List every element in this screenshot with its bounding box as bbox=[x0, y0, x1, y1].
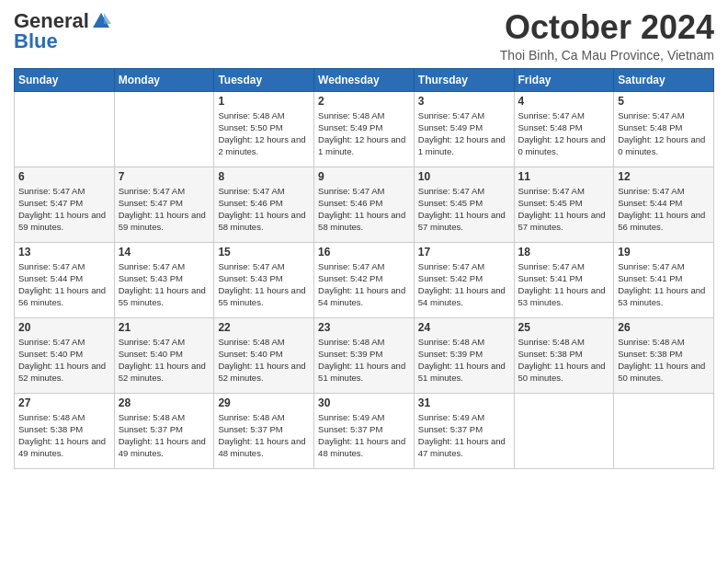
day-info: Sunrise: 5:47 AM Sunset: 5:46 PM Dayligh… bbox=[218, 185, 310, 234]
day-number: 4 bbox=[518, 95, 610, 108]
daylight-text: Daylight: 11 hours and 59 minutes. bbox=[18, 210, 106, 232]
daylight-text: Daylight: 11 hours and 53 minutes. bbox=[518, 285, 606, 307]
sunrise-text: Sunrise: 5:47 AM bbox=[119, 186, 185, 196]
day-info: Sunrise: 5:47 AM Sunset: 5:48 PM Dayligh… bbox=[518, 109, 610, 158]
day-of-week-header: Wednesday bbox=[314, 68, 415, 91]
sunset-text: Sunset: 5:45 PM bbox=[518, 198, 583, 208]
day-number: 22 bbox=[218, 321, 310, 334]
calendar-cell: 3 Sunrise: 5:47 AM Sunset: 5:49 PM Dayli… bbox=[414, 91, 514, 167]
sunset-text: Sunset: 5:49 PM bbox=[318, 122, 382, 132]
calendar-cell: 25 Sunrise: 5:48 AM Sunset: 5:38 PM Dayl… bbox=[514, 317, 614, 393]
calendar-cell: 7 Sunrise: 5:47 AM Sunset: 5:47 PM Dayli… bbox=[114, 167, 214, 242]
day-info: Sunrise: 5:47 AM Sunset: 5:45 PM Dayligh… bbox=[418, 185, 510, 234]
daylight-text: Daylight: 11 hours and 49 minutes. bbox=[18, 436, 106, 458]
sunset-text: Sunset: 5:37 PM bbox=[119, 424, 183, 434]
day-number: 21 bbox=[119, 321, 210, 334]
sunset-text: Sunset: 5:43 PM bbox=[218, 273, 282, 283]
sunset-text: Sunset: 5:48 PM bbox=[518, 122, 583, 132]
day-number: 10 bbox=[418, 170, 510, 183]
day-info: Sunrise: 5:48 AM Sunset: 5:38 PM Dayligh… bbox=[618, 336, 710, 385]
day-info: Sunrise: 5:48 AM Sunset: 5:50 PM Dayligh… bbox=[218, 109, 310, 158]
day-info: Sunrise: 5:48 AM Sunset: 5:38 PM Dayligh… bbox=[18, 411, 110, 460]
sunrise-text: Sunrise: 5:47 AM bbox=[18, 261, 85, 271]
calendar-week-row: 27 Sunrise: 5:48 AM Sunset: 5:38 PM Dayl… bbox=[15, 393, 714, 468]
calendar-cell: 16 Sunrise: 5:47 AM Sunset: 5:42 PM Dayl… bbox=[314, 242, 415, 317]
sunset-text: Sunset: 5:45 PM bbox=[418, 198, 483, 208]
sunset-text: Sunset: 5:38 PM bbox=[18, 424, 83, 434]
day-info: Sunrise: 5:47 AM Sunset: 5:46 PM Dayligh… bbox=[318, 185, 410, 234]
day-info: Sunrise: 5:48 AM Sunset: 5:49 PM Dayligh… bbox=[318, 109, 410, 158]
day-number: 6 bbox=[18, 170, 110, 183]
calendar-week-row: 13 Sunrise: 5:47 AM Sunset: 5:44 PM Dayl… bbox=[15, 242, 714, 317]
logo-icon bbox=[91, 11, 111, 31]
sunrise-text: Sunrise: 5:47 AM bbox=[518, 186, 585, 196]
sunset-text: Sunset: 5:50 PM bbox=[218, 122, 282, 132]
day-number: 27 bbox=[18, 396, 110, 409]
day-info: Sunrise: 5:47 AM Sunset: 5:45 PM Dayligh… bbox=[518, 185, 610, 234]
calendar-cell: 21 Sunrise: 5:47 AM Sunset: 5:40 PM Dayl… bbox=[114, 317, 214, 393]
day-number: 11 bbox=[518, 170, 610, 183]
calendar-cell bbox=[514, 393, 614, 468]
calendar-cell bbox=[114, 91, 214, 167]
sunrise-text: Sunrise: 5:47 AM bbox=[318, 186, 384, 196]
location-subtitle: Thoi Binh, Ca Mau Province, Vietnam bbox=[500, 48, 714, 63]
sunrise-text: Sunrise: 5:47 AM bbox=[18, 337, 85, 347]
day-of-week-header: Monday bbox=[114, 68, 214, 91]
day-of-week-header: Sunday bbox=[15, 68, 115, 91]
daylight-text: Daylight: 11 hours and 58 minutes. bbox=[218, 210, 305, 232]
day-number: 5 bbox=[618, 95, 710, 108]
sunrise-text: Sunrise: 5:47 AM bbox=[418, 186, 484, 196]
sunset-text: Sunset: 5:44 PM bbox=[18, 273, 83, 283]
day-number: 26 bbox=[618, 321, 710, 334]
sunrise-text: Sunrise: 5:48 AM bbox=[318, 337, 384, 347]
sunrise-text: Sunrise: 5:47 AM bbox=[618, 186, 684, 196]
day-number: 14 bbox=[119, 246, 210, 259]
day-number: 29 bbox=[218, 396, 310, 409]
sunset-text: Sunset: 5:38 PM bbox=[518, 349, 583, 359]
day-info: Sunrise: 5:47 AM Sunset: 5:43 PM Dayligh… bbox=[218, 260, 310, 309]
calendar-cell: 22 Sunrise: 5:48 AM Sunset: 5:40 PM Dayl… bbox=[214, 317, 314, 393]
day-number: 2 bbox=[318, 95, 410, 108]
calendar-cell: 10 Sunrise: 5:47 AM Sunset: 5:45 PM Dayl… bbox=[414, 167, 514, 242]
daylight-text: Daylight: 11 hours and 58 minutes. bbox=[318, 210, 405, 232]
sunset-text: Sunset: 5:40 PM bbox=[218, 349, 282, 359]
sunrise-text: Sunrise: 5:47 AM bbox=[218, 261, 284, 271]
daylight-text: Daylight: 12 hours and 1 minute. bbox=[418, 134, 506, 156]
logo-blue: Blue bbox=[14, 29, 58, 53]
calendar-cell: 6 Sunrise: 5:47 AM Sunset: 5:47 PM Dayli… bbox=[15, 167, 115, 242]
daylight-text: Daylight: 12 hours and 0 minutes. bbox=[618, 134, 705, 156]
daylight-text: Daylight: 12 hours and 2 minutes. bbox=[218, 134, 305, 156]
day-of-week-header: Friday bbox=[514, 68, 614, 91]
calendar-week-row: 20 Sunrise: 5:47 AM Sunset: 5:40 PM Dayl… bbox=[15, 317, 714, 393]
day-of-week-header: Tuesday bbox=[214, 68, 314, 91]
day-info: Sunrise: 5:49 AM Sunset: 5:37 PM Dayligh… bbox=[318, 411, 410, 460]
daylight-text: Daylight: 11 hours and 51 minutes. bbox=[318, 361, 405, 383]
day-info: Sunrise: 5:48 AM Sunset: 5:37 PM Dayligh… bbox=[119, 411, 210, 460]
day-info: Sunrise: 5:47 AM Sunset: 5:40 PM Dayligh… bbox=[119, 336, 210, 385]
calendar-cell bbox=[15, 91, 115, 167]
sunset-text: Sunset: 5:43 PM bbox=[119, 273, 183, 283]
sunset-text: Sunset: 5:41 PM bbox=[618, 273, 682, 283]
daylight-text: Daylight: 12 hours and 0 minutes. bbox=[518, 134, 606, 156]
day-number: 24 bbox=[418, 321, 510, 334]
sunrise-text: Sunrise: 5:48 AM bbox=[218, 110, 284, 121]
calendar-table: SundayMondayTuesdayWednesdayThursdayFrid… bbox=[14, 68, 714, 469]
daylight-text: Daylight: 11 hours and 55 minutes. bbox=[119, 285, 206, 307]
daylight-text: Daylight: 11 hours and 50 minutes. bbox=[518, 361, 606, 383]
sunrise-text: Sunrise: 5:48 AM bbox=[218, 337, 284, 347]
day-number: 1 bbox=[218, 95, 310, 108]
day-info: Sunrise: 5:47 AM Sunset: 5:44 PM Dayligh… bbox=[18, 260, 110, 309]
day-number: 23 bbox=[318, 321, 410, 334]
calendar-cell: 29 Sunrise: 5:48 AM Sunset: 5:37 PM Dayl… bbox=[214, 393, 314, 468]
sunrise-text: Sunrise: 5:47 AM bbox=[218, 186, 284, 196]
daylight-text: Daylight: 11 hours and 57 minutes. bbox=[518, 210, 606, 232]
calendar-cell: 27 Sunrise: 5:48 AM Sunset: 5:38 PM Dayl… bbox=[15, 393, 115, 468]
svg-marker-1 bbox=[104, 13, 111, 24]
day-info: Sunrise: 5:47 AM Sunset: 5:47 PM Dayligh… bbox=[18, 185, 110, 234]
sunrise-text: Sunrise: 5:48 AM bbox=[418, 337, 484, 347]
day-info: Sunrise: 5:48 AM Sunset: 5:39 PM Dayligh… bbox=[318, 336, 410, 385]
day-number: 25 bbox=[518, 321, 610, 334]
title-block: October 2024 Thoi Binh, Ca Mau Province,… bbox=[500, 9, 714, 63]
day-number: 15 bbox=[218, 246, 310, 259]
day-info: Sunrise: 5:47 AM Sunset: 5:47 PM Dayligh… bbox=[119, 185, 210, 234]
